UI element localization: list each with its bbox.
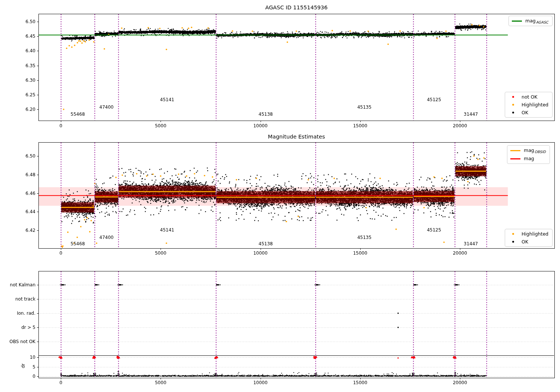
legend-top-markers: not OK Highlighted OK — [505, 92, 553, 118]
middle-x-tick-label: 5000 — [147, 251, 174, 256]
dr-axis-label: dr — [21, 362, 26, 370]
top-x-tick-label: 0 — [48, 123, 74, 128]
top-obsid-label: 45135 — [351, 105, 377, 110]
bottom-x-tick-label: 20000 — [447, 380, 473, 385]
legend-middle-markers: Highlighted OK — [505, 229, 553, 247]
flag-category-label: dr > 5 — [0, 325, 35, 330]
top-y-tick-label: 6.40 — [0, 48, 35, 53]
middle-obsid-label: 45135 — [351, 235, 377, 240]
swatch-cell — [512, 21, 522, 22]
top-obsid-label: 45141 — [154, 97, 180, 102]
legend-item-mag: mag — [510, 156, 546, 162]
legend-item-highlighted: Highlighted — [508, 102, 548, 108]
flag-category-label: OBS not OK — [0, 339, 35, 344]
top-y-tick-label: 6.45 — [0, 34, 35, 39]
not-ok-dot-swatch — [512, 96, 514, 98]
middle-y-tick-label: 6.44 — [0, 209, 35, 214]
swatch-cell — [510, 150, 520, 151]
mag-agasc-line-swatch — [512, 21, 522, 22]
ok-dot-swatch — [512, 241, 514, 243]
bottom-x-tick-label: 10000 — [248, 380, 274, 385]
swatch-cell — [508, 112, 518, 113]
flag-category-label: Ion. rad. — [0, 311, 35, 316]
top-x-tick-label: 20000 — [447, 123, 473, 128]
dr-tick-label: 10 — [0, 355, 35, 360]
legend-label-mag: mag — [524, 156, 535, 162]
swatch-cell — [508, 104, 518, 106]
legend-label-ok: OK — [522, 239, 528, 245]
top-obsid-label: 55468 — [65, 112, 91, 117]
swatch-cell — [508, 96, 518, 98]
legend-item-mag-agasc: magAGASC — [512, 18, 548, 24]
flag-category-label: not track — [0, 296, 35, 302]
middle-obsid-label: 45138 — [253, 241, 279, 246]
top-y-tick-label: 6.50 — [0, 19, 35, 24]
legend-item-mag-obsid: magOBSID — [510, 147, 546, 153]
middle-y-tick-label: 6.48 — [0, 172, 35, 177]
bottom-x-tick-label: 15000 — [347, 380, 373, 385]
middle-y-tick-label: 6.42 — [0, 228, 35, 233]
bottom-x-tick-label: 5000 — [147, 380, 174, 385]
legend-item-ok: OK — [508, 110, 548, 115]
dr-tick-label: 0 — [0, 374, 35, 379]
top-plot-title: AGASC ID 1155145936 — [38, 4, 554, 10]
top-y-tick-label: 6.35 — [0, 63, 35, 68]
flag-category-label: not Kalman — [0, 282, 35, 287]
legend-item-highlighted: Highlighted — [508, 231, 548, 237]
top-obsid-label: 45138 — [253, 112, 279, 117]
ok-dot-swatch — [512, 112, 514, 113]
legend-item-ok: OK — [508, 239, 548, 245]
top-obsid-label: 45125 — [421, 97, 447, 102]
top-obsid-label: 31447 — [458, 112, 484, 117]
legend-label-not-ok: not OK — [522, 94, 537, 100]
legend-label-ok: OK — [522, 110, 528, 115]
top-y-tick-label: 6.20 — [0, 107, 35, 112]
legend-mag-lines: magOBSID mag — [507, 145, 550, 164]
legend-label-mag-obsid: magOBSID — [524, 147, 546, 153]
middle-x-tick-label: 0 — [48, 251, 74, 256]
middle-obsid-label: 45141 — [154, 227, 180, 233]
middle-x-tick-label: 20000 — [447, 251, 473, 256]
middle-x-tick-label: 10000 — [248, 251, 274, 256]
swatch-cell — [508, 233, 518, 235]
highlighted-dot-swatch — [512, 233, 514, 235]
legend-label-highlighted: Highlighted — [522, 231, 548, 237]
bottom-x-tick-label: 0 — [48, 380, 74, 385]
top-y-tick-label: 6.30 — [0, 78, 35, 83]
mag-line-swatch — [510, 158, 520, 159]
middle-obsid-label: 31447 — [458, 241, 484, 246]
top-y-tick-label: 6.25 — [0, 92, 35, 97]
top-x-tick-label: 5000 — [147, 123, 174, 128]
legend-label-highlighted: Highlighted — [522, 102, 548, 108]
middle-y-tick-label: 6.50 — [0, 153, 35, 159]
dr-tick-label: 5 — [0, 364, 35, 370]
top-x-tick-label: 10000 — [248, 123, 274, 128]
figure: AGASC ID 1155145936 Magnitude Estimates … — [0, 0, 560, 392]
swatch-cell — [510, 158, 520, 159]
middle-obsid-label: 47400 — [93, 235, 119, 240]
mag-obsid-line-swatch — [510, 150, 520, 151]
middle-x-tick-label: 15000 — [347, 251, 373, 256]
middle-obsid-label: 45125 — [421, 227, 447, 233]
middle-obsid-label: 55468 — [65, 241, 91, 246]
plots-canvas — [0, 0, 560, 392]
legend-item-not-ok: not OK — [508, 94, 548, 100]
middle-plot-title: Magnitude Estimates — [38, 134, 554, 140]
legend-label-mag-agasc: magAGASC — [525, 18, 548, 24]
swatch-cell — [508, 241, 518, 243]
top-obsid-label: 47400 — [93, 105, 119, 110]
legend-mag-agasc: magAGASC — [508, 16, 553, 26]
highlighted-dot-swatch — [512, 104, 514, 106]
middle-y-tick-label: 6.46 — [0, 191, 35, 196]
top-x-tick-label: 15000 — [347, 123, 373, 128]
